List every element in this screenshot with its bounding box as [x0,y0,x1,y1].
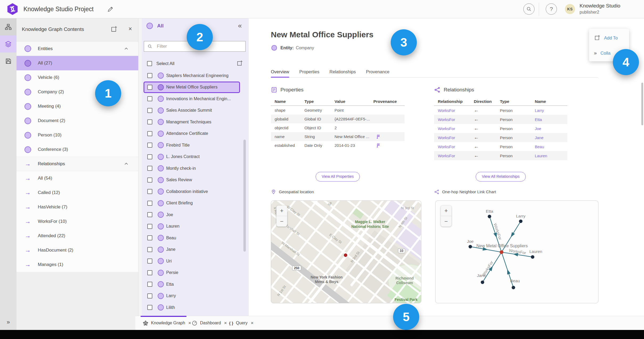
item-checkbox[interactable] [147,166,152,171]
edit-title-icon[interactable] [107,6,114,13]
entity-list-item[interactable]: Staplers Mechanical Engineering [144,70,240,82]
avatar[interactable]: KS [565,4,575,14]
entity-list-item[interactable]: Collaboration initiative [144,186,240,197]
zoom-out-button[interactable]: − [276,216,287,227]
detail-tab[interactable]: Properties [299,67,319,77]
relationship-type-item[interactable]: → Called (12) [17,185,138,200]
item-checkbox[interactable] [147,224,152,229]
detail-tab[interactable]: Overview [271,67,289,77]
tab-query[interactable]: { } Query × [229,316,254,330]
relationship-type-item[interactable]: → All (54) [17,171,138,185]
rail-item-schema[interactable] [0,18,17,35]
entity-list-item[interactable]: Etta [144,279,240,290]
entity-list-item[interactable]: Sales Associate Summit [144,105,240,116]
provenance-flag-icon[interactable] [376,143,381,148]
close-tab-icon[interactable]: × [224,320,227,326]
relationship-link[interactable]: WorksFor [438,117,474,122]
collapse-button[interactable]: » Colla [594,50,610,56]
scrollbar-thumb[interactable] [243,140,246,252]
collapse-panel-icon[interactable]: « [238,22,242,30]
relationship-link[interactable]: WorksFor [438,144,474,149]
relationship-link[interactable]: WorksFor [438,154,474,158]
tab-dashboard[interactable]: Dashboard × [192,316,227,330]
entity-list-item[interactable]: Montly check-in [144,163,240,174]
item-checkbox[interactable] [147,154,152,159]
entity-list-item[interactable]: Beau [144,232,240,244]
scrollbar-thumb[interactable] [641,83,643,125]
link-chart-canvas[interactable]: WorksForWorksForWorksForEttaLarryJoeLaur… [435,200,598,303]
search-button[interactable] [523,3,535,15]
relationship-link[interactable]: WorksFor [438,126,474,131]
zoom-in-button[interactable]: + [276,205,287,216]
related-entity-link[interactable]: Larry [535,108,567,113]
relationship-type-item[interactable]: → HasVehicle (7) [17,200,138,214]
detail-tab[interactable]: Relationships [329,67,356,77]
map-canvas[interactable]: k RoW Clay StSaMarshall StW Marshall StE… [271,200,421,303]
item-checkbox[interactable] [147,201,152,206]
select-all-checkbox[interactable] [147,61,152,66]
item-checkbox[interactable] [147,293,152,298]
item-checkbox[interactable] [147,235,152,240]
entity-list-item[interactable]: L. Jones Contract [144,151,240,163]
entity-list-item[interactable]: Larry [144,290,240,302]
item-checkbox[interactable] [147,119,152,124]
tab-knowledge-graph[interactable]: Knowledge Graph × [143,316,191,330]
entity-list-item[interactable]: New Metal Office Suppliers [144,82,240,93]
entity-list-item[interactable]: Persie [144,267,240,279]
view-all-properties-button[interactable]: View All Properties [316,172,360,181]
relationship-link[interactable]: WorksFor [438,108,474,113]
item-checkbox[interactable] [147,247,152,252]
item-checkbox[interactable] [147,189,152,194]
zoom-in-button[interactable]: + [441,205,451,216]
item-checkbox[interactable] [147,96,152,101]
entities-section-header[interactable]: Entities [17,42,138,56]
entity-type-item[interactable]: Document (2) [17,114,138,128]
item-checkbox[interactable] [147,108,152,113]
add-to-button[interactable]: Add To [594,35,618,41]
close-tab-icon[interactable]: × [188,320,191,326]
entity-list-item[interactable]: Joe [144,209,240,221]
entity-list-item[interactable]: Managment Techniques [144,116,240,128]
close-panel-icon[interactable]: × [127,25,134,33]
relationships-section-header[interactable]: → Relationships [17,157,138,171]
entity-type-item[interactable]: All (27) [17,56,138,70]
entity-type-item[interactable]: Person (10) [17,128,138,142]
entity-list-item[interactable]: Lauren [144,221,240,232]
close-tab-icon[interactable]: × [251,320,254,326]
entity-list-item[interactable]: Attendance Certificate [144,128,240,140]
item-checkbox[interactable] [147,270,152,275]
item-checkbox[interactable] [147,131,152,136]
entity-list-item[interactable]: Sales Review [144,174,240,186]
entity-type-item[interactable]: Conference (3) [17,142,138,157]
relationship-link[interactable]: WorksFor [438,135,474,140]
zoom-out-button[interactable]: − [441,216,451,227]
item-checkbox[interactable] [147,305,152,310]
entity-list-item[interactable]: Uri [144,255,240,267]
help-button[interactable]: ? [546,3,557,15]
view-all-relationships-button[interactable]: View All Relationships [476,172,526,181]
add-to-new-button[interactable] [110,26,117,33]
item-checkbox[interactable] [147,177,152,183]
relationship-type-item[interactable]: → HasDocument (2) [17,243,138,257]
item-checkbox[interactable] [147,212,152,217]
item-checkbox[interactable] [147,85,152,90]
related-entity-link[interactable]: Beau [535,144,567,149]
entity-type-item[interactable]: Meeting (4) [17,99,138,114]
item-checkbox[interactable] [147,143,152,148]
related-entity-link[interactable]: Etta [535,117,567,122]
relationship-type-item[interactable]: → Manages (1) [17,257,138,272]
related-entity-link[interactable]: Jane [535,135,567,140]
item-checkbox[interactable] [147,259,152,264]
related-entity-link[interactable]: Joe [535,126,567,131]
rail-item-save[interactable] [0,53,17,70]
add-to-new-button[interactable] [236,60,243,67]
entity-list-item[interactable]: Firebird Title [144,139,240,151]
entity-list-item[interactable]: Innovations in Mechanical Engin... [144,93,240,105]
item-checkbox[interactable] [147,282,152,287]
provenance-flag-icon[interactable] [376,134,381,139]
item-checkbox[interactable] [147,73,152,78]
detail-tab[interactable]: Provenance [366,67,389,77]
expand-rail-button[interactable]: » [0,319,17,326]
rail-item-contents[interactable] [0,35,17,53]
entity-list-item[interactable]: Client Briefing [144,197,240,209]
